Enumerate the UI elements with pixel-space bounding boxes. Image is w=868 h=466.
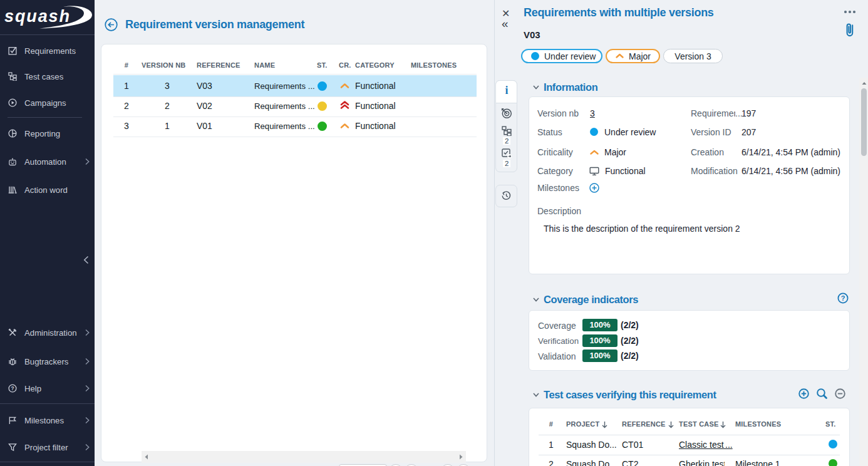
svg-text:?: ? <box>841 294 845 302</box>
svg-text:squash: squash <box>4 7 70 26</box>
svg-text:?: ? <box>11 385 14 391</box>
